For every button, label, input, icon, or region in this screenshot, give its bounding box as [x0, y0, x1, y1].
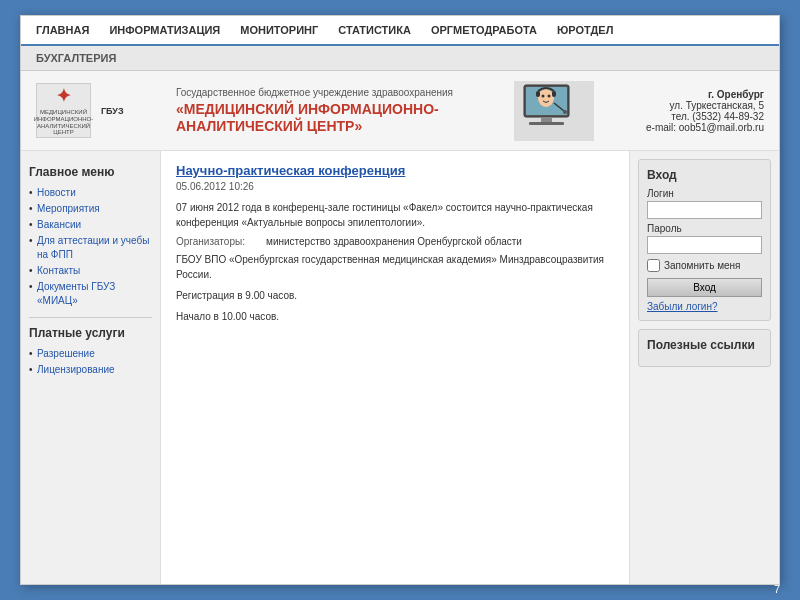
sub-nav-label: БУХГАЛТЕРИЯ	[36, 52, 116, 64]
svg-rect-8	[552, 91, 556, 97]
contact-email: e-mail: oob51@mail.orb.ru	[604, 122, 764, 133]
login-panel: Вход Логин Пароль Запомнить меня Вход За…	[638, 159, 771, 321]
slide-indicator: 7	[774, 583, 780, 595]
contact-area: г. Оренбург ул. Туркестанская, 5 тел. (3…	[604, 89, 764, 133]
contact-phone: тел. (3532) 44-89-32	[604, 111, 764, 122]
svg-rect-6	[529, 122, 564, 125]
links-panel: Полезные ссылки	[638, 329, 771, 367]
top-navigation: ГЛАВНАЯ ИНФОРМАТИЗАЦИЯ МОНИТОРИНГ СТАТИС…	[21, 16, 779, 46]
organizers-value: министерство здравоохранения Оренбургско…	[266, 236, 522, 247]
article-body2: ГБОУ ВПО «Оренбургская государственная м…	[176, 252, 614, 282]
logo-text: МЕДИЦИНСКИЙИНФОРМАЦИОННО-АНАЛИТИЧЕСКИЙЦЕ…	[34, 109, 94, 135]
remember-label: Запомнить меня	[664, 260, 741, 271]
svg-rect-7	[536, 91, 540, 97]
svg-point-2	[538, 89, 554, 107]
forgot-link[interactable]: Забыли логин?	[647, 301, 762, 312]
sidebar-item-contacts[interactable]: Контакты	[29, 263, 152, 279]
organizers-label: Организаторы:	[176, 236, 246, 247]
login-label: Логин	[647, 188, 762, 199]
sidebar-item-attestation[interactable]: Для аттестации и учебы на ФПП	[29, 233, 152, 263]
nav-informatization[interactable]: ИНФОРМАТИЗАЦИЯ	[109, 24, 220, 36]
sidebar: Главное меню Новости Мероприятия Ваканси…	[21, 151, 161, 584]
sidebar-item-vacancies[interactable]: Вакансии	[29, 217, 152, 233]
paid-services-title: Платные услуги	[29, 326, 152, 340]
organizers-row: Организаторы: министерство здравоохранен…	[176, 236, 614, 247]
sidebar-item-permission[interactable]: Разрешение	[29, 346, 152, 362]
article-body1: 07 июня 2012 года в конференц-зале гости…	[176, 200, 614, 230]
contact-city: г. Оренбург	[604, 89, 764, 100]
nav-monitoring[interactable]: МОНИТОРИНГ	[240, 24, 318, 36]
sub-navigation: БУХГАЛТЕРИЯ	[21, 46, 779, 71]
sidebar-item-docs[interactable]: Документы ГБУЗ «МИАЦ»	[29, 279, 152, 309]
logo-symbol: ✦	[56, 85, 71, 107]
sidebar-item-news[interactable]: Новости	[29, 185, 152, 201]
links-panel-title: Полезные ссылки	[647, 338, 762, 352]
sidebar-item-events[interactable]: Мероприятия	[29, 201, 152, 217]
article-date: 05.06.2012 10:26	[176, 181, 614, 192]
svg-point-3	[542, 95, 545, 98]
article-body3: Регистрация в 9.00 часов.	[176, 288, 614, 303]
slide-container: ГЛАВНАЯ ИНФОРМАТИЗАЦИЯ МОНИТОРИНГ СТАТИС…	[20, 15, 780, 585]
nav-statistics[interactable]: СТАТИСТИКА	[338, 24, 411, 36]
article-title[interactable]: Научно-практическая конференция	[176, 163, 614, 178]
password-label: Пароль	[647, 223, 762, 234]
nav-orgmeth[interactable]: ОРГМЕТОДРАБОТА	[431, 24, 537, 36]
logo-area: ✦ МЕДИЦИНСКИЙИНФОРМАЦИОННО-АНАЛИТИЧЕСКИЙ…	[36, 83, 166, 138]
login-button[interactable]: Вход	[647, 278, 762, 297]
remember-row: Запомнить меня	[647, 259, 762, 272]
svg-rect-5	[541, 117, 552, 122]
computer-svg	[519, 83, 589, 138]
logo-box: ✦ МЕДИЦИНСКИЙИНФОРМАЦИОННО-АНАЛИТИЧЕСКИЙ…	[36, 83, 91, 138]
logo-label: ГБУЗ	[101, 106, 124, 116]
password-input[interactable]	[647, 236, 762, 254]
org-title: «МЕДИЦИНСКИЙ ИНФОРМАЦИОННО-АНАЛИТИЧЕСКИЙ…	[176, 101, 504, 135]
computer-image	[514, 81, 594, 141]
org-info: Государственное бюджетное учреждение здр…	[166, 87, 514, 135]
nav-yurotdel[interactable]: ЮРОТДЕЛ	[557, 24, 613, 36]
login-input[interactable]	[647, 201, 762, 219]
main-content: Главное меню Новости Мероприятия Ваканси…	[21, 151, 779, 584]
nav-home[interactable]: ГЛАВНАЯ	[36, 24, 89, 36]
header-banner: ✦ МЕДИЦИНСКИЙИНФОРМАЦИОННО-АНАЛИТИЧЕСКИЙ…	[21, 71, 779, 151]
article-body4: Начало в 10.00 часов.	[176, 309, 614, 324]
center-content: Научно-практическая конференция 05.06.20…	[161, 151, 629, 584]
sidebar-item-licensing[interactable]: Лицензирование	[29, 362, 152, 378]
org-subtitle: Государственное бюджетное учреждение здр…	[176, 87, 504, 98]
svg-point-10	[563, 110, 567, 114]
main-menu-title: Главное меню	[29, 165, 152, 179]
remember-checkbox[interactable]	[647, 259, 660, 272]
right-panel: Вход Логин Пароль Запомнить меня Вход За…	[629, 151, 779, 584]
svg-point-4	[548, 95, 551, 98]
sidebar-divider	[29, 317, 152, 318]
contact-address: ул. Туркестанская, 5	[604, 100, 764, 111]
login-panel-title: Вход	[647, 168, 762, 182]
